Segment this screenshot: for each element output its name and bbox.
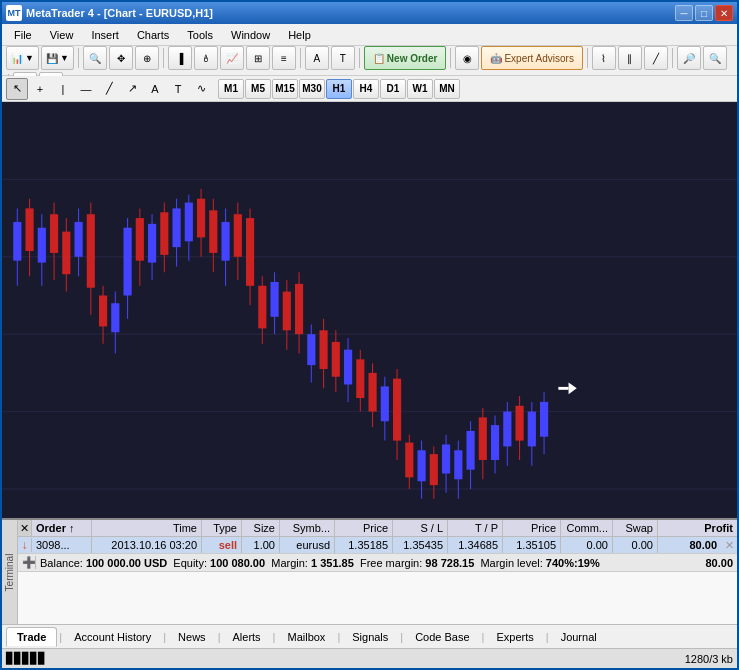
shift-btn[interactable]: T bbox=[331, 46, 355, 70]
tab-code-base[interactable]: Code Base bbox=[405, 628, 479, 646]
zoom-in-btn[interactable]: 🔍 bbox=[83, 46, 107, 70]
sep2 bbox=[163, 48, 164, 68]
tab-alerts[interactable]: Alerts bbox=[222, 628, 270, 646]
hline-btn[interactable]: — bbox=[75, 78, 97, 100]
expand-balance-btn[interactable]: ➕ bbox=[22, 556, 36, 569]
col-type[interactable]: Type bbox=[202, 520, 242, 536]
svg-rect-13 bbox=[50, 214, 58, 253]
chart-area[interactable] bbox=[2, 102, 737, 518]
tf-m1[interactable]: M1 bbox=[218, 79, 244, 99]
col-size[interactable]: Size bbox=[242, 520, 280, 536]
indicators-btn[interactable]: ⌇ bbox=[592, 46, 616, 70]
col-symbol[interactable]: Symb... bbox=[280, 520, 335, 536]
col-profit[interactable]: Profit bbox=[658, 520, 737, 536]
svg-rect-81 bbox=[466, 431, 474, 470]
new-order-button[interactable]: 📋 New Order bbox=[364, 46, 447, 70]
col-close-price[interactable]: Price bbox=[503, 520, 561, 536]
move-btn[interactable]: ✥ bbox=[109, 46, 133, 70]
menu-insert[interactable]: Insert bbox=[83, 27, 127, 43]
terminal-side-label: Terminal bbox=[2, 520, 18, 624]
col-sl[interactable]: S / L bbox=[393, 520, 448, 536]
chart-type-bar-btn[interactable]: ▐ bbox=[168, 46, 192, 70]
menu-view[interactable]: View bbox=[42, 27, 82, 43]
expert-advisors-button[interactable]: 🤖 Expert Advisors bbox=[481, 46, 582, 70]
period-sep-btn[interactable]: ∥ bbox=[618, 46, 642, 70]
tab-account-history[interactable]: Account History bbox=[64, 628, 161, 646]
label-btn[interactable]: T bbox=[167, 78, 189, 100]
candlestick-chart bbox=[2, 102, 737, 518]
tab-experts[interactable]: Experts bbox=[486, 628, 543, 646]
tab-mailbox[interactable]: Mailbox bbox=[277, 628, 335, 646]
menu-help[interactable]: Help bbox=[280, 27, 319, 43]
multi-line-icon: ∿ bbox=[197, 82, 206, 95]
order-row-0[interactable]: ↓ 3098... 2013.10.16 03:20 sell 1.00 eur… bbox=[18, 537, 737, 554]
tf-m15[interactable]: M15 bbox=[272, 79, 298, 99]
tab-trade[interactable]: Trade bbox=[6, 627, 57, 647]
free-margin-label: Free margin: bbox=[360, 557, 422, 569]
svg-rect-67 bbox=[381, 386, 389, 421]
tab-signals[interactable]: Signals bbox=[342, 628, 398, 646]
menu-tools[interactable]: Tools bbox=[179, 27, 221, 43]
select-tool-btn[interactable]: ↖ bbox=[6, 78, 28, 100]
menu-window[interactable]: Window bbox=[223, 27, 278, 43]
tf-mn[interactable]: MN bbox=[434, 79, 460, 99]
menu-file[interactable]: File bbox=[6, 27, 40, 43]
text-tool-icon: A bbox=[151, 83, 158, 95]
save-btn[interactable]: 💾 ▼ bbox=[41, 46, 74, 70]
sep6 bbox=[587, 48, 588, 68]
cursor-icon: ↖ bbox=[13, 82, 22, 95]
free-margin-value: 98 728.15 bbox=[425, 557, 474, 569]
minimize-button[interactable]: ─ bbox=[675, 5, 693, 21]
grid-btn[interactable]: ⊞ bbox=[246, 46, 270, 70]
terminal-panel: Terminal ✕ Order ↑ Time Type Size Symb..… bbox=[2, 518, 737, 648]
tf-m5[interactable]: M5 bbox=[245, 79, 271, 99]
autoscroll-btn[interactable]: A bbox=[305, 46, 329, 70]
sell-indicator: ↓ bbox=[22, 538, 28, 552]
text-btn[interactable]: A bbox=[144, 78, 166, 100]
watch-icon: ◉ bbox=[463, 53, 472, 64]
bar-chart-icon: ▐ bbox=[176, 53, 183, 64]
tf-w1[interactable]: W1 bbox=[407, 79, 433, 99]
crosshair-btn[interactable]: ⊕ bbox=[135, 46, 159, 70]
tf-h1[interactable]: H1 bbox=[326, 79, 352, 99]
vertical-line-btn[interactable]: | bbox=[52, 78, 74, 100]
svg-rect-93 bbox=[540, 402, 548, 437]
maximize-button[interactable]: □ bbox=[695, 5, 713, 21]
table-header-row: ✕ Order ↑ Time Type Size Symb... Price S… bbox=[18, 520, 737, 537]
market-watch-btn[interactable]: ◉ bbox=[455, 46, 479, 70]
col-order[interactable]: Order ↑ bbox=[32, 520, 92, 536]
close-button[interactable]: ✕ bbox=[715, 5, 733, 21]
zoom-out-chart-btn[interactable]: 🔍 bbox=[703, 46, 727, 70]
title-bar: MT MetaTrader 4 - [Chart - EURUSD,H1] ─ … bbox=[2, 2, 737, 24]
line-studies-btn[interactable]: ╱ bbox=[644, 46, 668, 70]
line-chart-icon: 📈 bbox=[226, 53, 238, 64]
trendline-btn[interactable]: ╱ bbox=[98, 78, 120, 100]
col-time[interactable]: Time bbox=[92, 520, 202, 536]
arrow-btn[interactable]: ↗ bbox=[121, 78, 143, 100]
tf-h4[interactable]: H4 bbox=[353, 79, 379, 99]
close-terminal-btn[interactable]: ✕ bbox=[18, 520, 32, 536]
chart-type-candle-btn[interactable]: 🕯 bbox=[194, 46, 218, 70]
menu-bar: File View Insert Charts Tools Window Hel… bbox=[2, 24, 737, 46]
chart-type-line-btn[interactable]: 📈 bbox=[220, 46, 244, 70]
tab-journal[interactable]: Journal bbox=[551, 628, 607, 646]
volume-btn[interactable]: ≡ bbox=[272, 46, 296, 70]
col-tp[interactable]: T / P bbox=[448, 520, 503, 536]
candle-icon: 🕯 bbox=[201, 53, 211, 64]
col-commission[interactable]: Comm... bbox=[561, 520, 613, 536]
col-price[interactable]: Price bbox=[335, 520, 393, 536]
col-swap[interactable]: Swap bbox=[613, 520, 658, 536]
balance-value: 100 000.00 USD bbox=[86, 557, 167, 569]
menu-charts[interactable]: Charts bbox=[129, 27, 177, 43]
close-order-btn[interactable]: ✕ bbox=[721, 539, 737, 552]
period-icon: ∥ bbox=[627, 53, 632, 64]
tab-news[interactable]: News bbox=[168, 628, 216, 646]
multi-line-btn[interactable]: ∿ bbox=[190, 78, 212, 100]
order-swap: 0.00 bbox=[613, 537, 658, 553]
tf-m30[interactable]: M30 bbox=[299, 79, 325, 99]
crosshair-tool-btn[interactable]: + bbox=[29, 78, 51, 100]
zoom-in-chart-btn[interactable]: 🔎 bbox=[677, 46, 701, 70]
new-chart-btn[interactable]: 📊 ▼ bbox=[6, 46, 39, 70]
tf-d1[interactable]: D1 bbox=[380, 79, 406, 99]
equity-label: Equity: bbox=[173, 557, 207, 569]
